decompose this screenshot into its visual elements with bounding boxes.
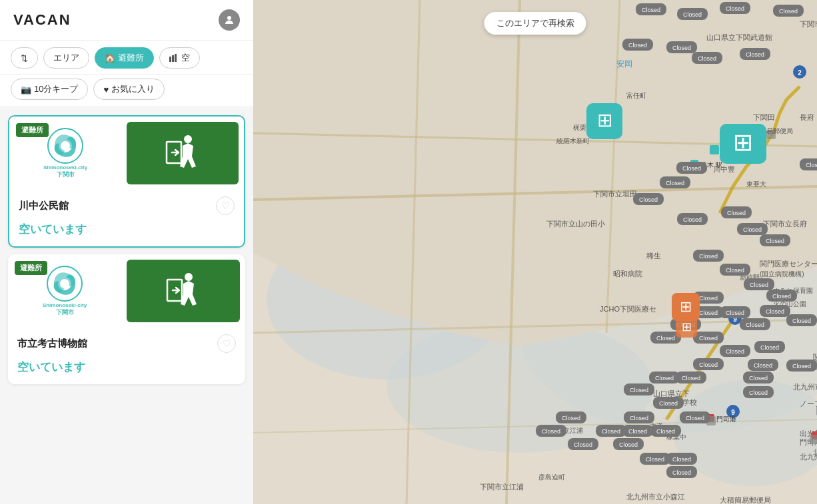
svg-text:下関市立江浦: 下関市立江浦: [480, 483, 524, 491]
svg-text:Closed: Closed: [726, 310, 744, 316]
logo-ja-1: 下関市: [56, 308, 74, 317]
svg-text:Closed: Closed: [656, 428, 675, 435]
svg-text:門司港: 門司港: [716, 415, 736, 423]
shimonoseki-logo-0: Shimonoseki-city 下関市: [43, 127, 87, 179]
card-evac-1: [127, 260, 240, 322]
svg-text:Closed: Closed: [656, 335, 675, 342]
svg-point-8: [184, 135, 192, 143]
svg-text:Closed: Closed: [683, 11, 702, 18]
svg-text:⊞: ⊞: [682, 320, 692, 334]
favorite-btn-1[interactable]: ♡: [217, 334, 236, 353]
location-card-1[interactable]: 避難所 Shimonoseki-city 下関市: [8, 254, 245, 384]
svg-text:山口県立下関武道館: 山口県立下関武道館: [706, 33, 772, 41]
evac-svg-1: [163, 268, 203, 314]
svg-point-6: [61, 141, 70, 150]
svg-text:長府: 長府: [800, 113, 814, 121]
svg-text:⊞: ⊞: [733, 128, 753, 156]
favorite-btn-0[interactable]: ♡: [216, 196, 235, 215]
svg-text:東亜大: 東亜大: [746, 180, 766, 188]
svg-point-14: [185, 273, 193, 281]
svg-text:綾羅木新町: 綾羅木新町: [556, 137, 590, 144]
svg-text:Closed: Closed: [619, 441, 638, 448]
svg-text:Closed: Closed: [746, 322, 764, 328]
svg-text:北九州市立早鞆: 北九州市立早鞆: [813, 448, 817, 456]
svg-text:下関市立山の田小: 下関市立山の田小: [546, 220, 605, 228]
svg-text:Closed: Closed: [639, 196, 658, 203]
map-area[interactable]: 2 9 9 山口県立下関武道館 下関市 下関田 梶栗郷台地 綾羅木新町 下関市立…: [253, 0, 817, 504]
svg-text:Closed: Closed: [628, 428, 647, 435]
svg-text:Closed: Closed: [683, 216, 702, 223]
svg-text:Closed: Closed: [699, 310, 718, 316]
svg-text:JCHO下関医療セ: JCHO下関医療セ: [600, 305, 656, 313]
svg-text:下関市立長府: 下関市立長府: [763, 220, 807, 228]
card-info-0: 川中公民館 ♡: [9, 190, 244, 218]
svg-point-0: [227, 16, 231, 20]
svg-text:Closed: Closed: [574, 441, 592, 448]
logo-en-1: Shimonoseki-city: [43, 302, 87, 308]
svg-text:⊞: ⊞: [597, 110, 612, 130]
filter-shelter-btn[interactable]: 🏠 避難所: [95, 47, 154, 69]
svg-text:Closed: Closed: [699, 362, 718, 368]
svg-text:(国立病院機構): (国立病院機構): [760, 270, 804, 278]
filter-favorite-btn[interactable]: ♥ お気に入り: [93, 79, 165, 100]
svg-text:Closed: Closed: [642, 7, 660, 13]
svg-text:Closed: Closed: [698, 55, 716, 62]
svg-text:Closed: Closed: [630, 415, 648, 421]
filter-bar-row2: 📷 10分キープ ♥ お気に入り: [0, 75, 253, 107]
svg-rect-2: [172, 55, 174, 62]
filter-area-btn[interactable]: エリア: [43, 47, 89, 69]
filter-keep10-btn[interactable]: 📷 10分キープ: [11, 79, 88, 100]
svg-text:Closed: Closed: [672, 469, 691, 476]
shimonoseki-logo-1: Shimonoseki-city 下関市: [43, 265, 87, 317]
svg-text:Closed: Closed: [726, 267, 744, 274]
space-icon: [169, 53, 179, 64]
svg-text:昭和病院: 昭和病院: [613, 270, 642, 278]
app-logo: VACAN: [13, 11, 71, 29]
svg-text:Closed: Closed: [699, 335, 718, 342]
filter-space-btn[interactable]: 空: [159, 47, 200, 69]
svg-text:Closed: Closed: [726, 5, 744, 12]
logo-swirl-svg-0: [47, 127, 84, 164]
svg-text:ノーフォーク広場: ノーフォーク広場: [800, 399, 817, 407]
logo-en-0: Shimonoseki-city: [43, 164, 87, 170]
svg-text:Closed: Closed: [655, 375, 674, 381]
logo-ja-0: 下関市: [57, 170, 75, 179]
svg-text:Closed: Closed: [726, 348, 744, 355]
svg-text:Closed: Closed: [760, 344, 779, 351]
svg-point-12: [60, 279, 69, 288]
app-header: VACAN: [0, 0, 253, 41]
heart-icon: ♥: [103, 85, 109, 95]
svg-text:北九州市立小森江: 北九州市立小森江: [626, 493, 685, 501]
svg-text:富任町: 富任町: [626, 92, 646, 99]
user-avatar[interactable]: [219, 9, 240, 31]
svg-text:下関市: 下関市: [800, 20, 817, 28]
svg-text:Closed: Closed: [792, 318, 811, 324]
card-badge-0: 避難所: [16, 123, 49, 137]
map-svg: 2 9 9 山口県立下関武道館 下関市 下関田 梶栗郷台地 綾羅木新町 下関市立…: [253, 0, 817, 504]
svg-text:Closed: Closed: [686, 415, 704, 421]
svg-text:Closed: Closed: [766, 308, 784, 315]
svg-text:Closed: Closed: [749, 375, 768, 381]
filter-bar-row1: ⇅ エリア 🏠 避難所 空: [0, 41, 253, 75]
card-status-0: 空いています: [9, 218, 244, 246]
svg-text:下関市立垣田: 下関市立垣田: [593, 190, 637, 198]
svg-text:北九州市立野浦: 北九州市立野浦: [793, 383, 817, 391]
svg-rect-84: [710, 145, 719, 154]
camera-icon: 📷: [21, 85, 31, 95]
card-status-1: 空いています: [8, 356, 245, 384]
svg-text:Closed: Closed: [772, 293, 791, 300]
svg-text:Closed: Closed: [682, 375, 700, 381]
svg-rect-3: [175, 54, 177, 62]
filter-sort-btn[interactable]: ⇅: [11, 47, 38, 69]
re-search-button[interactable]: このエリアで再検索: [484, 12, 586, 35]
location-card-0[interactable]: 避難所 Shimonoseki-city 下関市: [8, 115, 245, 248]
svg-text:Closed: Closed: [750, 282, 768, 288]
svg-text:Closed: Closed: [672, 456, 691, 463]
svg-text:Closed: Closed: [746, 51, 764, 58]
svg-text:2: 2: [798, 69, 802, 77]
svg-text:Closed: Closed: [628, 42, 647, 49]
svg-text:Closed: Closed: [699, 295, 718, 302]
svg-text:Closed: Closed: [682, 165, 701, 172]
card-images-0: 避難所 Shimonoseki-city 下関市: [9, 117, 244, 190]
favorite-label: お気に入り: [111, 83, 155, 95]
